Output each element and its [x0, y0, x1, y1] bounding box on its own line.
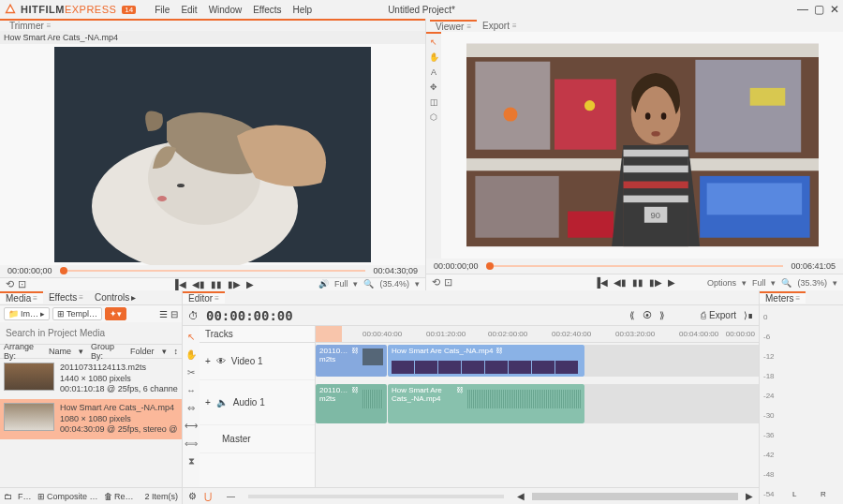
viewer-viewport[interactable]: 90 — [441, 32, 843, 259]
jump-start-icon[interactable]: ⟪ — [629, 310, 635, 320]
group-label: Group By: — [91, 342, 123, 361]
viewer-tab[interactable]: Viewer≡ — [430, 20, 477, 32]
pointer-tool-icon[interactable]: ↖ — [187, 332, 195, 342]
ripple-tool-icon[interactable]: ⟷ — [185, 421, 198, 431]
jump-end-icon[interactable]: ⟫ — [659, 310, 665, 320]
maximize-icon[interactable]: ▢ — [814, 3, 824, 16]
editor-tab[interactable]: Editor≡ — [183, 291, 225, 304]
menu-file[interactable]: File — [155, 5, 170, 15]
close-icon[interactable]: ✕ — [830, 3, 839, 16]
hand-tool-icon[interactable]: ✋ — [429, 52, 439, 62]
panel-menu-icon[interactable]: ≡ — [47, 22, 52, 30]
controls-tab[interactable]: Controls▸ — [89, 292, 141, 303]
mark-icon[interactable]: ⊡ — [18, 278, 26, 290]
zoom-value[interactable]: (35.3%) — [797, 278, 827, 288]
mute-icon[interactable]: 🔈 — [216, 397, 228, 408]
scroll-right-icon[interactable]: ▶ — [746, 491, 753, 501]
visibility-icon[interactable]: 👁 — [216, 356, 226, 366]
trimmer-scrubber[interactable] — [60, 270, 366, 272]
pause-icon[interactable]: ▮▮ — [211, 279, 222, 289]
trimmer-viewport[interactable] — [0, 44, 425, 265]
crop-tool-icon[interactable]: ◫ — [430, 97, 438, 107]
slide-tool-icon[interactable]: ⇔ — [187, 403, 195, 413]
media-tab[interactable]: Media≡ — [0, 291, 43, 304]
video-clip[interactable]: 20110…m2ts ⛓ — [316, 345, 387, 377]
text-tool-icon[interactable]: A — [431, 67, 436, 77]
link-icon: ⛓ — [351, 386, 359, 394]
group-value[interactable]: Folder — [130, 347, 155, 356]
pause-icon[interactable]: ▮▮ — [632, 277, 643, 288]
mask-tool-icon[interactable]: ⬡ — [430, 112, 437, 122]
loop-icon[interactable]: ⟲ — [432, 276, 440, 289]
timecode-display[interactable]: 00:00:00:00 — [206, 308, 293, 323]
options-label[interactable]: Options — [707, 278, 736, 288]
step-back-icon[interactable]: ◀▮ — [614, 277, 627, 288]
new-button[interactable]: ✦▾ — [105, 307, 126, 320]
folder-icon[interactable]: 🗀 — [4, 492, 12, 501]
full-label[interactable]: Full — [752, 278, 766, 288]
hand-tool-icon[interactable]: ✋ — [185, 349, 197, 360]
step-fwd-icon[interactable]: ▮▶ — [649, 277, 662, 288]
rate-tool-icon[interactable]: ⧗ — [188, 456, 195, 467]
search-input[interactable] — [4, 326, 178, 340]
window-controls: — ▢ ✕ — [797, 3, 839, 16]
add-track-icon[interactable]: + — [205, 356, 211, 366]
timeline[interactable]: 00:00:40:00 00:01:20:00 00:02:00:00 00:0… — [316, 326, 759, 487]
volume-icon[interactable]: 🔊 — [318, 279, 329, 289]
roll-tool-icon[interactable]: ⟺ — [185, 438, 198, 449]
select-tool-icon[interactable]: ↖ — [430, 37, 437, 47]
play-icon[interactable]: ▶ — [668, 277, 675, 288]
play-icon[interactable]: ▶ — [246, 279, 254, 289]
menu-effects[interactable]: Effects — [253, 5, 281, 15]
viewer-scrubber[interactable] — [486, 265, 784, 267]
add-track-icon[interactable]: + — [205, 397, 211, 408]
move-tool-icon[interactable]: ✥ — [430, 82, 437, 92]
trimmer-tab[interactable]: Trimmer≡ — [4, 21, 57, 31]
slip-tool-icon[interactable]: ↔ — [186, 385, 196, 395]
media-item[interactable]: How Smart Are Cats_-NA.mp4 1080 × 1080 p… — [0, 399, 182, 439]
audio-clip[interactable]: 20110…m2ts ⛓ — [316, 384, 387, 423]
arrange-value[interactable]: Name — [49, 347, 71, 356]
mark-icon[interactable]: ⊡ — [444, 276, 452, 289]
minimize-icon[interactable]: — — [797, 3, 808, 16]
zoom-icon[interactable]: 🔍 — [781, 278, 791, 288]
sort-dir-icon[interactable]: ↕ — [174, 347, 179, 356]
expand-icon[interactable]: ⟩∎ — [744, 310, 753, 320]
step-fwd-icon[interactable]: ▮▶ — [228, 279, 241, 289]
composite-button[interactable]: ⊞ Composite … — [37, 492, 98, 501]
zoom-icon[interactable]: 🔍 — [363, 279, 374, 289]
snap-icon[interactable]: ⋃ — [204, 491, 212, 501]
master-track-header[interactable]: Master — [200, 425, 315, 453]
meters-tab[interactable]: Meters≡ — [760, 291, 806, 304]
loop-icon[interactable]: ⟲ — [6, 278, 14, 290]
media-item[interactable]: 20110731124113.m2ts 1440 × 1080 pixels 0… — [0, 359, 182, 399]
video-track-header[interactable]: + 👁 Video 1 — [200, 343, 315, 380]
grid-view-icon[interactable]: ⊟ — [170, 309, 178, 319]
audio-clip[interactable]: How Smart Are Cats_-NA.mp4 ⛓ — [388, 384, 584, 423]
full-label[interactable]: Full — [334, 279, 348, 289]
audio-track-header[interactable]: + 🔈 Audio 1 — [200, 380, 315, 425]
undo-icon[interactable]: ⦿ — [643, 310, 652, 320]
menu-help[interactable]: Help — [293, 5, 313, 15]
export-button[interactable]: ⎙ Export — [701, 310, 736, 320]
step-back-icon[interactable]: ◀▮ — [192, 279, 205, 289]
playhead-icon[interactable]: ⏱ — [188, 310, 199, 321]
prev-frame-icon[interactable]: ▐◀ — [171, 279, 185, 289]
list-view-icon[interactable]: ☰ — [159, 309, 168, 319]
remove-button[interactable]: 🗑 Re… — [104, 492, 134, 501]
menu-edit[interactable]: Edit — [181, 5, 197, 15]
slice-tool-icon[interactable]: ✂ — [187, 367, 195, 378]
scroll-left-icon[interactable]: ◀ — [517, 491, 525, 501]
prev-frame-icon[interactable]: ▐◀ — [594, 277, 608, 288]
import-button[interactable]: 📁Im…▸ — [4, 307, 50, 320]
settings-icon[interactable]: ⚙ — [188, 491, 197, 501]
templates-button[interactable]: ⊞Templ… — [52, 307, 102, 320]
effects-tab[interactable]: Effects≡ — [43, 292, 89, 303]
menu-window[interactable]: Window — [209, 5, 243, 15]
zoom-value[interactable]: (35.4%) — [379, 279, 409, 289]
horizontal-scrollbar[interactable] — [532, 493, 738, 500]
zoom-slider[interactable] — [248, 495, 504, 498]
video-clip[interactable]: How Smart Are Cats_-NA.mp4 ⛓ — [388, 345, 584, 377]
export-tab[interactable]: Export≡ — [477, 21, 523, 31]
timeline-ruler[interactable]: 00:00:40:00 00:01:20:00 00:02:00:00 00:0… — [316, 326, 759, 343]
